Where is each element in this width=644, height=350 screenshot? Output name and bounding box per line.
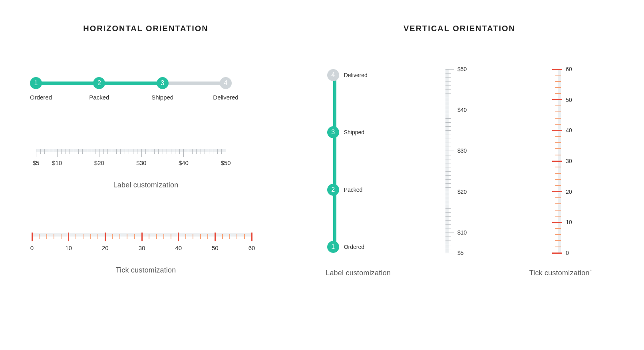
step-dot[interactable]: 3 bbox=[157, 77, 169, 89]
minor-tick bbox=[445, 106, 451, 106]
minor-tick bbox=[158, 149, 159, 154]
step-track-segment bbox=[102, 82, 165, 85]
step-label: Packed bbox=[344, 187, 363, 193]
minor-tick bbox=[445, 175, 451, 176]
step-label: Shipped bbox=[344, 129, 364, 135]
minor-tick bbox=[171, 234, 171, 239]
step-dot[interactable]: 3 bbox=[327, 126, 339, 138]
major-tick bbox=[183, 149, 184, 157]
minor-tick bbox=[555, 234, 561, 235]
heading-vertical: VERTICAL ORIENTATION bbox=[316, 24, 603, 33]
minor-tick bbox=[555, 155, 561, 155]
minor-tick bbox=[555, 216, 561, 217]
minor-tick bbox=[445, 114, 451, 114]
minor-tick bbox=[445, 204, 451, 204]
minor-tick bbox=[120, 149, 121, 154]
ruler-horizontal-dollars[interactable]: $5$10$20$30$40$50 bbox=[36, 149, 226, 165]
minor-tick bbox=[445, 77, 451, 78]
minor-tick bbox=[445, 139, 451, 139]
minor-tick bbox=[555, 167, 561, 167]
minor-tick bbox=[555, 81, 561, 82]
ruler-horizontal-ticks[interactable]: 0102030405060 bbox=[32, 233, 252, 252]
step-dot[interactable]: 4 bbox=[327, 69, 339, 81]
minor-tick bbox=[53, 149, 53, 154]
tick-label: 40 bbox=[175, 245, 182, 251]
minor-tick bbox=[555, 240, 561, 241]
minor-tick bbox=[103, 149, 104, 154]
major-tick bbox=[552, 130, 562, 131]
minor-tick bbox=[150, 149, 150, 154]
step-dot[interactable]: 1 bbox=[30, 77, 42, 89]
minor-tick bbox=[125, 149, 125, 154]
minor-tick bbox=[445, 89, 451, 90]
major-tick bbox=[226, 149, 226, 157]
tick-label: 30 bbox=[566, 158, 572, 164]
major-tick bbox=[57, 149, 58, 157]
minor-tick bbox=[119, 234, 120, 239]
minor-tick bbox=[201, 149, 201, 154]
minor-tick bbox=[90, 234, 91, 239]
major-tick bbox=[251, 233, 252, 241]
minor-tick bbox=[445, 163, 451, 163]
major-tick bbox=[68, 233, 69, 241]
minor-tick bbox=[555, 75, 561, 76]
minor-tick bbox=[445, 155, 451, 155]
minor-tick bbox=[555, 148, 561, 149]
ruler-label: $5 bbox=[457, 250, 464, 256]
major-tick bbox=[552, 253, 562, 254]
minor-tick bbox=[61, 149, 62, 154]
tick-label: 10 bbox=[566, 219, 572, 225]
step-dot[interactable]: 2 bbox=[327, 184, 339, 196]
ruler-label: $10 bbox=[457, 229, 467, 236]
ruler-vertical-ticks[interactable]: 6050403020100 bbox=[547, 69, 574, 253]
minor-tick bbox=[112, 234, 113, 239]
minor-tick bbox=[555, 118, 561, 119]
minor-tick bbox=[445, 122, 451, 123]
minor-tick bbox=[44, 149, 45, 154]
minor-tick bbox=[97, 234, 98, 239]
caption-tick-custom-v: Tick customization` bbox=[529, 269, 592, 277]
ruler-label: $5 bbox=[33, 159, 40, 166]
minor-tick bbox=[39, 234, 40, 239]
minor-tick bbox=[217, 149, 218, 154]
minor-tick bbox=[145, 149, 146, 154]
minor-tick bbox=[445, 241, 451, 241]
major-tick bbox=[445, 233, 454, 233]
minor-tick bbox=[445, 167, 451, 167]
minor-tick bbox=[555, 111, 561, 112]
minor-tick bbox=[555, 93, 561, 94]
step-label: Packed bbox=[89, 94, 109, 101]
minor-tick bbox=[91, 149, 91, 154]
stepper-vertical[interactable]: 4Delivered3Shipped2Packed1Ordered bbox=[326, 69, 390, 253]
minor-tick bbox=[445, 118, 451, 119]
minor-tick bbox=[137, 149, 137, 154]
minor-tick bbox=[179, 149, 180, 154]
minor-tick bbox=[555, 142, 561, 143]
step-label: Delivered bbox=[344, 72, 368, 78]
minor-tick bbox=[445, 130, 451, 131]
minor-tick bbox=[229, 234, 230, 239]
stepper-horizontal[interactable]: 1Ordered2Packed3Shipped4Delivered bbox=[36, 77, 226, 109]
ruler-vertical-dollars[interactable]: $50$40$30$20$10$5 bbox=[445, 69, 473, 253]
minor-tick bbox=[555, 179, 561, 180]
minor-tick bbox=[133, 149, 133, 154]
major-tick bbox=[552, 99, 562, 100]
step-dot[interactable]: 2 bbox=[93, 77, 105, 89]
minor-tick bbox=[221, 149, 222, 154]
minor-tick bbox=[163, 149, 163, 154]
tick-label: 20 bbox=[566, 189, 572, 195]
tick-label: 20 bbox=[102, 245, 109, 251]
minor-tick bbox=[555, 185, 561, 186]
ruler-label: $20 bbox=[457, 189, 467, 195]
step-label: Ordered bbox=[344, 244, 364, 250]
minor-tick bbox=[149, 234, 149, 239]
minor-tick bbox=[445, 249, 451, 249]
step-dot[interactable]: 4 bbox=[220, 77, 232, 89]
minor-tick bbox=[445, 183, 451, 184]
minor-tick bbox=[445, 245, 451, 245]
minor-tick bbox=[445, 237, 451, 237]
major-tick bbox=[178, 233, 179, 241]
major-tick bbox=[105, 233, 106, 241]
step-dot[interactable]: 1 bbox=[327, 241, 339, 253]
ruler-bar bbox=[36, 149, 226, 152]
